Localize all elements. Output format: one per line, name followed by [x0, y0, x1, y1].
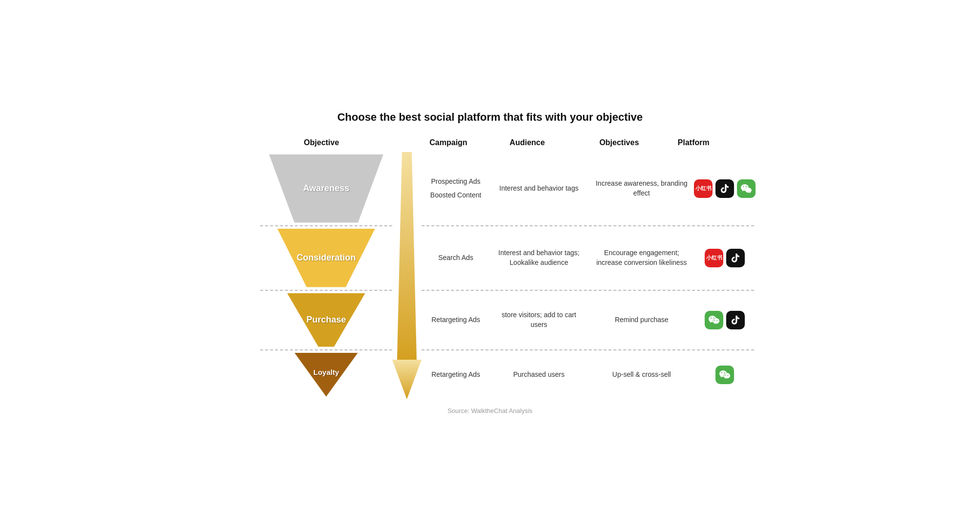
campaign-awareness: Prospecting Ads Boosted Content [422, 177, 490, 200]
objectives-awareness: Increase awareness, branding effect [588, 179, 695, 198]
platforms-consideration: 小红书 [695, 249, 754, 267]
page-container: Choose the best social platform that fit… [250, 96, 730, 424]
funnel-awareness: Awareness [260, 152, 392, 225]
funnel-arrow [392, 152, 422, 399]
tiktok-icon-3 [726, 311, 745, 329]
data-rows: Prospecting Ads Boosted Content Interest… [422, 152, 754, 399]
main-layout: Awareness Consideration Purchase [260, 152, 720, 399]
svg-marker-1 [392, 360, 422, 399]
audience-purchase: store visitors; add to cart users [490, 310, 588, 329]
data-row-consideration: Search Ads Interest and behavior tags; L… [422, 226, 754, 290]
data-row-purchase: Retargeting Ads store visitors; add to c… [422, 291, 754, 349]
svg-marker-0 [397, 152, 417, 360]
objectives-consideration: Encourage engagement; increase conversio… [588, 248, 695, 267]
tiktok-icon-2 [726, 249, 745, 267]
xhs-icon-2: 小红书 [705, 249, 723, 267]
audience-loyalty: Purchased users [490, 370, 588, 380]
audience-awareness: Interest and behavior tags [490, 184, 588, 194]
wechat-icon [737, 179, 756, 198]
platforms-purchase [695, 311, 754, 329]
header-objective: Objective [260, 138, 383, 147]
funnel-loyalty: Loyalty [260, 350, 392, 399]
funnel-consideration: Consideration [260, 226, 392, 290]
data-row-awareness: Prospecting Ads Boosted Content Interest… [422, 152, 754, 225]
header-platform: Platform [668, 138, 720, 147]
tiktok-icon [715, 179, 734, 198]
campaign-purchase: Retargeting Ads [422, 315, 490, 325]
funnel-column: Awareness Consideration Purchase [260, 152, 392, 399]
page-title: Choose the best social platform that fit… [260, 111, 720, 124]
funnel-purchase-label: Purchase [306, 315, 346, 325]
wechat-icon-3 [715, 366, 734, 384]
column-headers: Objective Campaign Audience Objectives P… [260, 138, 720, 147]
xhs-icon: 小红书 [694, 179, 713, 198]
campaign-loyalty: Retargeting Ads [422, 370, 490, 380]
data-row-loyalty: Retargeting Ads Purchased users Up-sell … [422, 350, 754, 399]
funnel-loyalty-label: Loyalty [313, 368, 339, 376]
audience-consideration: Interest and behavior tags; Lookalike au… [490, 248, 588, 267]
header-campaign: Campaign [413, 138, 483, 147]
objectives-loyalty: Up-sell & cross-sell [588, 370, 695, 380]
platforms-loyalty [695, 366, 754, 384]
arrow-column [392, 152, 422, 399]
funnel-consideration-label: Consideration [296, 253, 356, 263]
objectives-purchase: Remind purchase [588, 315, 695, 325]
wechat-icon-2 [705, 311, 723, 329]
source-citation: Source: WalktheChat Analysis [260, 407, 720, 414]
header-objectives: Objectives [571, 138, 668, 147]
campaign-consideration: Search Ads [422, 253, 490, 263]
funnel-purchase: Purchase [260, 291, 392, 349]
header-audience: Audience [484, 138, 571, 147]
funnel-awareness-label: Awareness [303, 183, 350, 194]
platforms-awareness: 小红书 [695, 179, 754, 198]
